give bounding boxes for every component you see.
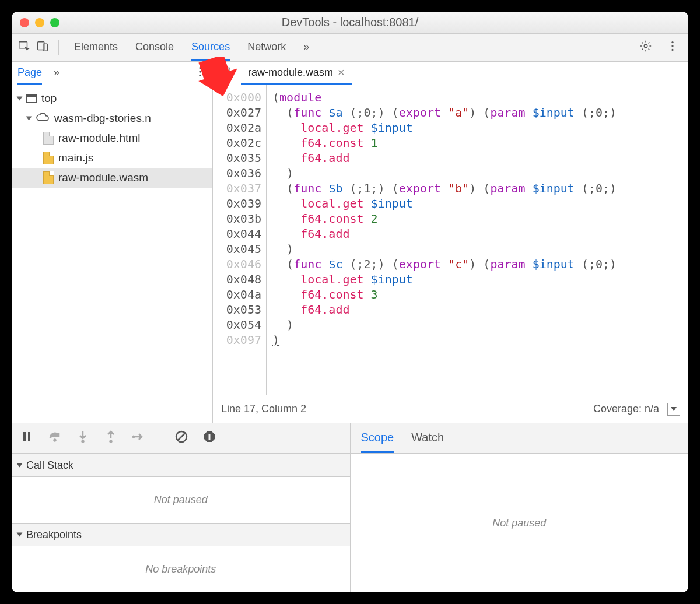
inspect-element-icon[interactable] — [18, 40, 30, 55]
tree-label: main.js — [58, 152, 93, 164]
panel-tablist: Elements Console Sources Network » — [74, 34, 309, 61]
tree-node-top[interactable]: top — [12, 89, 212, 108]
file-tree: top wasm-dbg-stories.n raw-module.html — [12, 85, 212, 423]
file-icon — [43, 171, 54, 184]
caret-down-icon — [17, 97, 23, 101]
svg-point-8 — [199, 71, 201, 72]
breakpoints-empty: No breakpoints — [12, 546, 350, 592]
editor-pane: raw-module.wasm × 0x0000x0270x02a0x02c0x… — [213, 62, 688, 423]
svg-rect-12 — [28, 432, 30, 441]
toolbar-divider — [58, 40, 59, 55]
caret-down-icon — [26, 117, 32, 121]
tree-label: raw-module.html — [58, 132, 140, 145]
code-gutter: 0x0000x0270x02a0x02c0x0350x0360x0370x039… — [213, 85, 267, 395]
tab-sources[interactable]: Sources — [191, 34, 230, 61]
tab-elements[interactable]: Elements — [74, 34, 118, 61]
navigator-pane: Page » top — [12, 62, 213, 423]
scope-empty: Not paused — [351, 454, 689, 592]
callstack-empty: Not paused — [12, 477, 350, 523]
tree-file-html[interactable]: raw-module.html — [12, 128, 212, 148]
pause-icon[interactable] — [20, 430, 34, 447]
tree-label: wasm-dbg-stories.n — [54, 112, 151, 125]
tab-scope[interactable]: Scope — [361, 423, 394, 453]
tree-label: top — [41, 92, 57, 105]
svg-point-15 — [110, 440, 113, 443]
step-over-icon[interactable] — [48, 430, 62, 447]
main-toolbar: Elements Console Sources Network » — [12, 34, 688, 62]
svg-point-4 — [671, 41, 673, 43]
svg-point-6 — [671, 49, 673, 51]
coverage-status: Coverage: n/a — [593, 403, 659, 415]
svg-point-3 — [644, 44, 648, 48]
tree-node-site[interactable]: wasm-dbg-stories.n — [12, 108, 212, 128]
debugger-right: Scope Watch Not paused — [351, 423, 689, 592]
code-content: (module (func $a (;0;) (export "a") (par… — [267, 85, 688, 395]
editor-statusbar: Line 17, Column 2 Coverage: n/a — [213, 395, 688, 423]
dropdown-icon[interactable] — [667, 403, 680, 416]
tab-console[interactable]: Console — [135, 34, 174, 61]
titlebar: DevTools - localhost:8081/ — [12, 12, 688, 34]
tree-file-wasm[interactable]: raw-module.wasm — [12, 168, 212, 188]
device-toolbar-icon[interactable] — [36, 40, 49, 55]
window-title: DevTools - localhost:8081/ — [12, 16, 688, 29]
step-icon[interactable] — [132, 430, 146, 447]
deactivate-breakpoints-icon[interactable] — [174, 430, 188, 447]
tree-label: raw-module.wasm — [58, 171, 148, 184]
scope-watch-tabs: Scope Watch — [351, 423, 689, 454]
svg-point-9 — [199, 75, 201, 76]
step-into-icon[interactable] — [76, 430, 90, 447]
toolbar-divider — [160, 430, 160, 447]
main-panel: Page » top — [12, 62, 688, 592]
nav-tab-page[interactable]: Page — [18, 62, 42, 85]
debugger-left: Call Stack Not paused Breakpoints No bre… — [12, 423, 351, 592]
svg-rect-18 — [209, 434, 211, 440]
frame-icon — [26, 94, 37, 103]
close-icon[interactable]: × — [338, 66, 345, 79]
navigator-tabs: Page » — [12, 62, 212, 85]
caret-down-icon — [17, 533, 23, 537]
debugger-pane: Call Stack Not paused Breakpoints No bre… — [12, 423, 688, 592]
cloud-icon — [36, 112, 50, 125]
breakpoints-header[interactable]: Breakpoints — [12, 523, 350, 546]
sources-split: Page » top — [12, 62, 688, 423]
svg-rect-11 — [23, 432, 26, 441]
cursor-position: Line 17, Column 2 — [221, 403, 306, 415]
nav-more-icon[interactable] — [194, 65, 206, 81]
svg-point-16 — [132, 436, 135, 438]
nav-tabs-overflow[interactable]: » — [54, 62, 60, 85]
tree-file-js[interactable]: main.js — [12, 148, 212, 168]
tabs-overflow[interactable]: » — [303, 34, 309, 61]
svg-point-13 — [54, 439, 57, 442]
devtools-window: DevTools - localhost:8081/ Elements Cons… — [12, 12, 688, 592]
more-menu-icon[interactable] — [666, 40, 679, 55]
section-title: Breakpoints — [26, 529, 82, 541]
callstack-header[interactable]: Call Stack — [12, 454, 350, 477]
svg-point-5 — [671, 45, 673, 47]
tab-watch[interactable]: Watch — [411, 423, 444, 453]
tab-network[interactable]: Network — [247, 34, 286, 61]
code-editor[interactable]: 0x0000x0270x02a0x02c0x0350x0360x0370x039… — [213, 85, 688, 395]
file-icon — [43, 132, 54, 145]
file-icon — [43, 152, 54, 164]
section-title: Call Stack — [26, 459, 74, 472]
svg-point-7 — [199, 67, 201, 69]
editor-tab-label: raw-module.wasm — [248, 66, 333, 79]
svg-point-14 — [82, 440, 85, 443]
editor-tab-active[interactable]: raw-module.wasm × — [241, 62, 352, 85]
editor-tabs: raw-module.wasm × — [213, 62, 688, 85]
settings-icon[interactable] — [639, 40, 652, 55]
pause-on-exceptions-icon[interactable] — [202, 430, 216, 447]
caret-down-icon — [17, 463, 23, 468]
show-navigator-icon[interactable] — [215, 65, 235, 81]
debugger-toolbar — [12, 423, 350, 454]
step-out-icon[interactable] — [104, 430, 118, 447]
